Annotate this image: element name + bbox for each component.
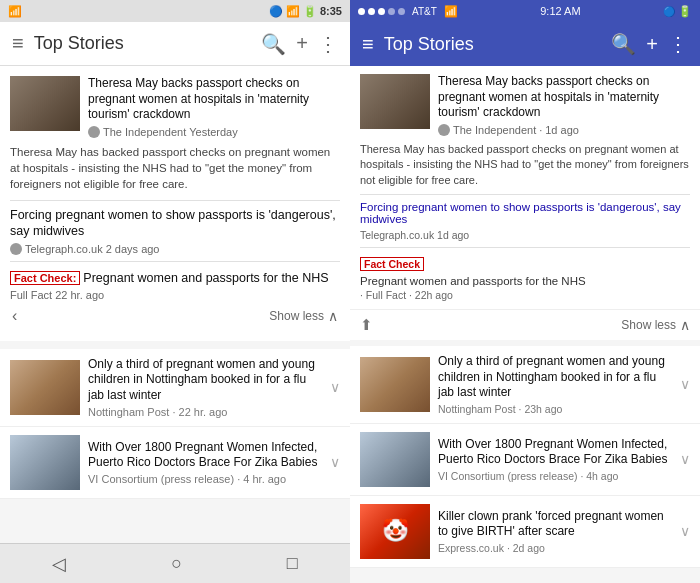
fact-check-source: Full Fact 22 hr. ago — [10, 289, 340, 301]
expanded-body-text: Theresa May has backed passport checks o… — [10, 144, 340, 192]
right-story4-source-name: VI Consortium (press release) — [438, 470, 577, 482]
divider-2 — [10, 261, 340, 262]
right-source-name: The Independent — [453, 124, 536, 136]
menu-icon[interactable]: ≡ — [12, 32, 24, 55]
right-story4-text: With Over 1800 Pregnant Women Infected, … — [438, 437, 672, 482]
right-story5-source-name: Express.co.uk — [438, 542, 504, 554]
dot2 — [368, 8, 375, 15]
right-add-icon[interactable]: + — [646, 33, 658, 56]
time-display: 8:35 — [320, 5, 342, 17]
top-story-headline[interactable]: Theresa May backs passport checks on pre… — [88, 76, 340, 123]
chevron-down-icon-4[interactable]: ∨ — [330, 454, 340, 470]
right-top-text: Theresa May backs passport checks on pre… — [438, 74, 690, 136]
right-search-icon[interactable]: 🔍 — [611, 32, 636, 56]
recent-button[interactable]: □ — [287, 553, 298, 574]
story3-text: Only a third of pregnant women and young… — [88, 357, 322, 418]
right-chevron-down-5[interactable]: ∨ — [680, 523, 690, 539]
bluetooth-icon-r: 🔵 — [663, 6, 675, 17]
clown-emoji: 🤡 — [382, 518, 409, 544]
person-thumb-img — [10, 76, 80, 131]
story3-item[interactable]: Only a third of pregnant women and young… — [0, 349, 350, 427]
back-button[interactable]: ◁ — [52, 553, 66, 575]
left-bottom-nav: ◁ ○ □ — [0, 543, 350, 583]
top-story-thumb — [10, 76, 80, 131]
right-more-icon[interactable]: ⋮ — [668, 32, 688, 56]
chevron-down-icon-3[interactable]: ∨ — [330, 379, 340, 395]
right-fact-check-badge-row: Fact Check — [360, 254, 690, 272]
right-chevron-down-4[interactable]: ∨ — [680, 451, 690, 467]
more-icon[interactable]: ⋮ — [318, 32, 338, 56]
right-status-icons: 🔵 🔋 — [663, 5, 692, 18]
signal-icon: 📶 — [8, 5, 22, 18]
right-menu-icon[interactable]: ≡ — [362, 33, 374, 56]
left-app-bar: ≡ Top Stories 🔍 + ⋮ — [0, 22, 350, 66]
right-top-story-row: Theresa May backs passport checks on pre… — [360, 74, 690, 136]
r-sec-time: 1d ago — [437, 229, 469, 241]
home-button[interactable]: ○ — [171, 553, 182, 574]
right-fact-source: · Full Fact · 22h ago — [360, 289, 690, 301]
story4-text: With Over 1800 Pregnant Women Infected, … — [88, 440, 322, 485]
dot1 — [358, 8, 365, 15]
right-fact-headline-text[interactable]: Pregnant women and passports for the NHS — [360, 275, 586, 287]
clown-thumb-img: 🤡 — [360, 504, 430, 559]
source-time: Yesterday — [189, 126, 238, 138]
right-status-bar: AT&T 📶 9:12 AM 🔵 🔋 — [350, 0, 700, 22]
secondary-source-time: 2 days ago — [106, 243, 160, 255]
top-story-text: Theresa May backs passport checks on pre… — [88, 76, 340, 138]
right-commercial-thumb — [360, 432, 430, 487]
add-icon[interactable]: + — [296, 32, 308, 55]
right-story5-text: Killer clown prank 'forced pregnant wome… — [438, 509, 672, 554]
right-secondary-headline[interactable]: Forcing pregnant women to show passports… — [360, 201, 690, 225]
right-story4-headline: With Over 1800 Pregnant Women Infected, … — [438, 437, 672, 468]
wifi-icon: 📶 — [286, 5, 300, 18]
left-content: Theresa May backs passport checks on pre… — [0, 66, 350, 543]
right-story3-headline: Only a third of pregnant women and young… — [438, 354, 672, 401]
right-top-headline[interactable]: Theresa May backs passport checks on pre… — [438, 74, 690, 121]
right-story4-item[interactable]: With Over 1800 Pregnant Women Infected, … — [350, 424, 700, 496]
fact-check-row: Fact Check:Pregnant women and passports … — [10, 268, 340, 286]
right-source-icon — [438, 124, 450, 136]
right-show-less-row: ⬆ Show less ∧ — [350, 309, 700, 340]
source-icon — [88, 126, 100, 138]
right-chevron-down-3[interactable]: ∨ — [680, 376, 690, 392]
fact-check-headline[interactable]: Pregnant women and passports for the NHS — [83, 271, 328, 285]
right-story3-time: 23h ago — [524, 403, 562, 415]
battery-icon-r: 🔋 — [678, 5, 692, 18]
page-title: Top Stories — [34, 33, 252, 54]
right-story3-item[interactable]: Only a third of pregnant women and young… — [350, 346, 700, 424]
right-story4-source: VI Consortium (press release) · 4h ago — [438, 470, 672, 482]
right-fact-source-name: · Full Fact · — [360, 289, 412, 301]
right-person-thumb — [360, 74, 430, 129]
secondary-headline[interactable]: Forcing pregnant women to show passports… — [10, 207, 340, 240]
dot3 — [378, 8, 385, 15]
story3-source-time: 22 hr. ago — [179, 406, 228, 418]
commercial-thumb-img — [10, 435, 80, 490]
right-share-icon[interactable]: ⬆ — [360, 316, 373, 334]
right-story5-time: 2d ago — [513, 542, 545, 554]
left-phone: 📶 🔵 📶 🔋 8:35 ≡ Top Stories 🔍 + ⋮ Theresa… — [0, 0, 350, 583]
share-icon[interactable]: ‹ — [12, 307, 17, 325]
search-icon[interactable]: 🔍 — [261, 32, 286, 56]
story3-thumb — [10, 360, 80, 415]
right-story4-time: 4h ago — [586, 470, 618, 482]
story3-source-name: Nottingham Post — [88, 406, 169, 418]
fact-check-badge: Fact Check: — [10, 271, 80, 285]
right-story5-thumb: 🤡 — [360, 504, 430, 559]
story3-source: Nottingham Post · 22 hr. ago — [88, 406, 322, 418]
right-chevron-up-icon: ∧ — [680, 317, 690, 333]
show-less-button[interactable]: Show less ∧ — [269, 308, 338, 324]
fact-source-name: Full Fact — [10, 289, 52, 301]
status-right: 🔵 📶 🔋 8:35 — [269, 5, 342, 18]
story4-item[interactable]: With Over 1800 Pregnant Women Infected, … — [0, 427, 350, 499]
right-show-less-label: Show less — [621, 318, 676, 332]
story4-source-name: VI Consortium (press release) — [88, 473, 234, 485]
right-divider-2 — [360, 247, 690, 248]
bluetooth-icon: 🔵 — [269, 5, 283, 18]
right-story5-item[interactable]: 🤡 Killer clown prank 'forced pregnant wo… — [350, 496, 700, 568]
story4-headline: With Over 1800 Pregnant Women Infected, … — [88, 440, 322, 471]
story4-source-time: 4 hr. ago — [243, 473, 286, 485]
fact-source-time: 22 hr. ago — [55, 289, 104, 301]
main-expanded-card: Theresa May backs passport checks on pre… — [0, 66, 350, 341]
show-less-row: ‹ Show less ∧ — [10, 301, 340, 331]
right-show-less-button[interactable]: Show less ∧ — [621, 317, 690, 333]
